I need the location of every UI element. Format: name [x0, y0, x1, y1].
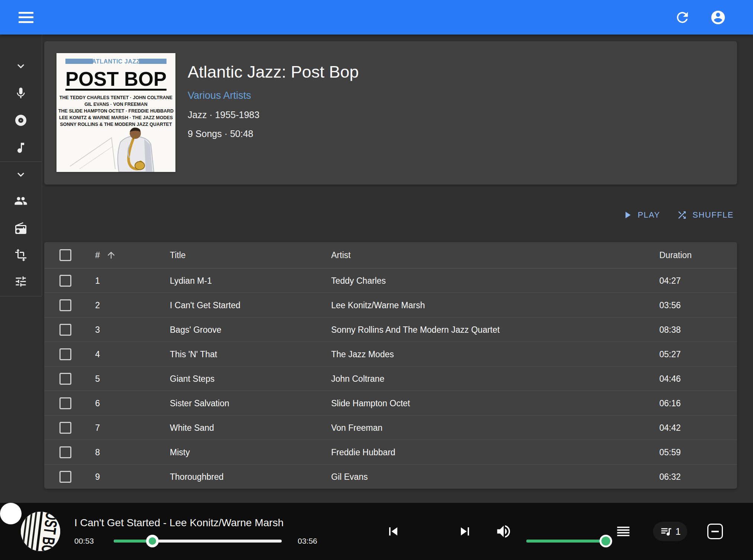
album-info: Atlantic Jazz: Post Bop Various Artists … — [188, 64, 359, 139]
track-number: 2 — [95, 300, 100, 310]
transform-icon[interactable] — [14, 248, 28, 262]
svg-text:THE SLIDE HAMPTON OCTET · FRED: THE SLIDE HAMPTON OCTET · FREDDIE HUBBAR… — [58, 108, 174, 114]
skip-next-icon[interactable] — [457, 523, 473, 540]
track-title[interactable]: Giant Steps — [170, 374, 214, 384]
chevron-down-icon[interactable] — [14, 59, 28, 73]
header-number[interactable]: # — [95, 250, 100, 260]
svg-text:LEE KONITZ & WARNE MARSH · THE: LEE KONITZ & WARNE MARSH · THE JAZZ MODE… — [59, 115, 173, 120]
table-row[interactable]: 2 I Can't Get Started Lee Konitz/Warne M… — [44, 293, 737, 318]
header-title[interactable]: Title — [170, 250, 186, 260]
tune-icon[interactable] — [14, 275, 28, 288]
track-duration: 03:56 — [659, 300, 681, 310]
track-artist[interactable]: Teddy Charles — [331, 276, 386, 286]
track-table: # Title Artist Duration 1 Lydian M-1 Ted… — [44, 242, 737, 489]
volume-slider[interactable] — [526, 540, 606, 543]
music-note-icon[interactable] — [14, 141, 28, 154]
track-title[interactable]: Bags' Groove — [170, 325, 222, 335]
track-duration: 08:38 — [659, 325, 681, 335]
track-title[interactable]: Thoroughbred — [170, 472, 224, 482]
track-artist[interactable]: Gil Evans — [331, 472, 368, 482]
track-number: 8 — [95, 447, 100, 457]
track-artist[interactable]: John Coltrane — [331, 374, 384, 384]
table-row[interactable]: 6 Sister Salvation Slide Hampton Octet 0… — [44, 391, 737, 416]
select-all-checkbox[interactable] — [59, 249, 71, 261]
menu-icon[interactable] — [19, 12, 33, 23]
pause-button[interactable] — [0, 503, 22, 524]
track-artist[interactable]: Slide Hampton Octet — [331, 398, 410, 408]
header-artist[interactable]: Artist — [331, 250, 350, 260]
table-row[interactable]: 7 White Sand Von Freeman 04:42 — [44, 416, 737, 440]
track-number: 4 — [95, 349, 100, 359]
row-checkbox[interactable] — [59, 422, 71, 434]
player-bar: POST BOP I Can't Get Started - Lee Konit… — [0, 503, 753, 560]
queue-count: 1 — [676, 526, 681, 537]
album-artist-link[interactable]: Various Artists — [188, 90, 359, 101]
header-duration[interactable]: Duration — [659, 250, 692, 260]
track-artist[interactable]: Freddie Hubbard — [331, 447, 395, 457]
album-header-card: ATLANTIC JAZZ POST BOP THE TEDDY CHARLES… — [44, 41, 737, 185]
table-row[interactable]: 4 This 'N' That The Jazz Modes 05:27 — [44, 342, 737, 367]
chevron-down-icon[interactable] — [14, 168, 28, 181]
track-number: 6 — [95, 398, 100, 408]
track-duration: 06:32 — [659, 472, 681, 482]
sidebar-divider — [0, 296, 42, 296]
track-artist[interactable]: Von Freeman — [331, 423, 382, 433]
account-circle-icon[interactable] — [710, 9, 726, 26]
queue-count-button[interactable]: 1 — [653, 522, 687, 541]
play-icon — [622, 209, 633, 221]
track-title[interactable]: Lydian M-1 — [170, 276, 212, 286]
track-title[interactable]: Sister Salvation — [170, 398, 229, 408]
volume-up-icon[interactable] — [495, 523, 512, 540]
track-duration: 05:59 — [659, 447, 681, 457]
table-row[interactable]: 3 Bags' Groove Sonny Rollins And The Mod… — [44, 318, 737, 342]
track-number: 7 — [95, 423, 100, 433]
shuffle-icon — [676, 209, 688, 221]
refresh-icon[interactable] — [674, 9, 691, 26]
play-button[interactable]: PLAY — [622, 209, 660, 221]
row-checkbox[interactable] — [59, 324, 71, 336]
row-checkbox[interactable] — [59, 299, 71, 311]
album-actions: PLAY SHUFFLE — [622, 204, 734, 226]
svg-text:GIL EVANS · VON FREEMAN: GIL EVANS · VON FREEMAN — [84, 102, 148, 107]
album-songs-summary: 9 Songs · 50:48 — [188, 128, 359, 139]
track-duration: 04:27 — [659, 276, 681, 286]
track-title[interactable]: This 'N' That — [170, 349, 217, 359]
sidebar-divider — [0, 162, 42, 162]
track-number: 9 — [95, 472, 100, 482]
row-checkbox[interactable] — [59, 275, 71, 287]
album-disc-icon[interactable] — [14, 114, 28, 127]
track-artist[interactable]: Sonny Rollins And The Modern Jazz Quarte… — [331, 325, 500, 335]
track-title[interactable]: Misty — [170, 447, 190, 457]
row-checkbox[interactable] — [59, 471, 71, 483]
track-title[interactable]: I Can't Get Started — [170, 300, 240, 310]
album-cover-art: ATLANTIC JAZZ POST BOP THE TEDDY CHARLES… — [56, 53, 175, 172]
people-icon[interactable] — [14, 194, 28, 208]
table-row[interactable]: 5 Giant Steps John Coltrane 04:46 — [44, 367, 737, 391]
table-header-row: # Title Artist Duration — [44, 242, 737, 268]
radio-icon[interactable] — [14, 222, 28, 235]
track-title[interactable]: White Sand — [170, 423, 214, 433]
queue-list-icon[interactable] — [615, 523, 631, 540]
table-row[interactable]: 1 Lydian M-1 Teddy Charles 04:27 — [44, 268, 737, 293]
row-checkbox[interactable] — [59, 446, 71, 458]
table-row[interactable]: 9 Thoroughbred Gil Evans 06:32 — [44, 465, 737, 489]
svg-text:POST BOP: POST BOP — [65, 68, 167, 90]
sidebar — [0, 35, 42, 296]
microphone-icon[interactable] — [14, 87, 28, 100]
track-artist[interactable]: The Jazz Modes — [331, 349, 394, 359]
track-rows: 1 Lydian M-1 Teddy Charles 04:27 2 I Can… — [44, 268, 737, 489]
row-checkbox[interactable] — [59, 348, 71, 360]
svg-text:THE TEDDY CHARLES TENTET · JOH: THE TEDDY CHARLES TENTET · JOHN COLTRANE — [59, 95, 172, 100]
track-duration: 04:42 — [659, 423, 681, 433]
table-row[interactable]: 8 Misty Freddie Hubbard 05:59 — [44, 440, 737, 465]
sort-ascending-icon[interactable] — [106, 250, 116, 260]
svg-text:ATLANTIC JAZZ: ATLANTIC JAZZ — [92, 58, 140, 65]
row-checkbox[interactable] — [59, 373, 71, 385]
track-artist[interactable]: Lee Konitz/Warne Marsh — [331, 300, 425, 310]
row-checkbox[interactable] — [59, 397, 71, 409]
shuffle-button[interactable]: SHUFFLE — [676, 209, 734, 221]
collapse-player-icon[interactable] — [707, 524, 723, 539]
app: ATLANTIC JAZZ POST BOP THE TEDDY CHARLES… — [0, 0, 753, 560]
track-number: 3 — [95, 325, 100, 335]
volume-thumb[interactable] — [600, 535, 612, 547]
